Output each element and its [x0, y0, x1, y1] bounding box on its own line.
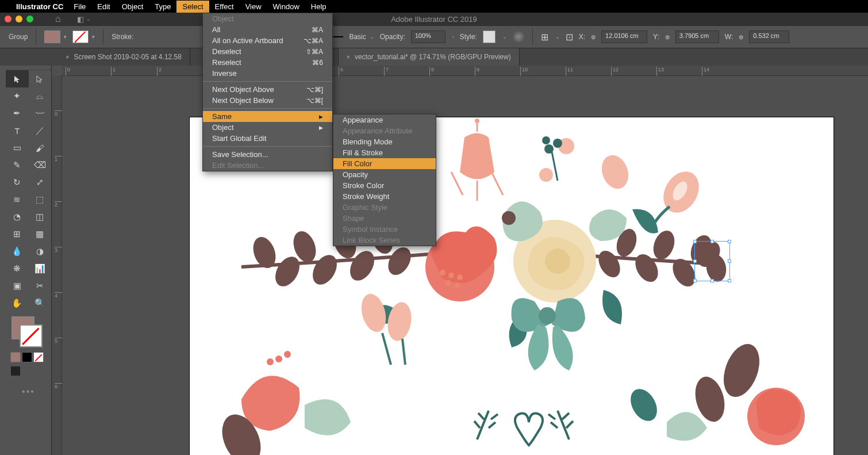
close-tab-icon[interactable]: ×	[347, 53, 350, 60]
svg-point-34	[539, 307, 556, 324]
selection-tool[interactable]	[6, 70, 29, 87]
menu-item-deselect[interactable]: Deselect⇧⌘A	[203, 46, 332, 57]
default-colors[interactable]	[6, 352, 51, 362]
line-tool[interactable]: ／	[29, 122, 52, 139]
curvature-tool[interactable]: 〰	[29, 105, 52, 122]
opacity-input[interactable]: 100%	[411, 30, 445, 43]
window-minimize-button[interactable]	[16, 16, 22, 22]
fill-stroke-indicator[interactable]	[6, 312, 51, 352]
menu-item-inverse[interactable]: Inverse	[203, 68, 332, 79]
document-tab-3[interactable]: × vector_tutorial.ai* @ 174.71% (RGB/GPU…	[339, 48, 520, 66]
menu-item-save-selection[interactable]: Save Selection...	[203, 149, 332, 160]
w-input[interactable]: 0.532 cm	[749, 30, 789, 43]
align-icon[interactable]: ⊞	[541, 32, 548, 43]
menu-window[interactable]: Window	[267, 1, 305, 13]
menu-item-next-below[interactable]: Next Object Below⌥⌘[	[203, 95, 332, 106]
slice-tool[interactable]: ✂	[29, 277, 52, 295]
canvas-area[interactable]: 0 1 2 3 4 5 6 7 8 9 10 11 12 13 14 0 1 2…	[52, 66, 868, 455]
hand-tool[interactable]: ✋	[6, 295, 29, 312]
app-name[interactable]: Illustrator CC	[11, 2, 68, 11]
window-titlebar: ⌂ ◧ ⌄ Adobe Illustrator CC 2019	[0, 13, 868, 25]
column-graph-tool[interactable]: 📊	[29, 260, 52, 277]
shape-builder-tool[interactable]: ◔	[6, 208, 29, 225]
submenu-graphic-style[interactable]: Graphic Style	[333, 202, 436, 213]
rectangle-tool[interactable]: ▭	[6, 139, 29, 156]
submenu-symbol-instance[interactable]: Symbol Instance	[333, 224, 436, 235]
submenu-opacity[interactable]: Opacity	[333, 169, 436, 180]
submenu-fill-color[interactable]: Fill Color	[333, 158, 436, 169]
paintbrush-tool[interactable]: 🖌	[29, 139, 52, 156]
panel-grip[interactable]	[6, 66, 51, 70]
submenu-appearance[interactable]: Appearance	[333, 114, 436, 125]
x-input[interactable]: 12.0106 cm	[601, 30, 647, 43]
menu-item-all-artboard[interactable]: All on Active Artboard⌥⌘A	[203, 35, 332, 46]
eraser-tool[interactable]: ⌫	[29, 156, 52, 174]
document-tab-1[interactable]: × Screen Shot 2019-02-05 at 4.12.58	[57, 48, 190, 66]
eyedropper-tool[interactable]: 💧	[6, 243, 29, 260]
recolor-icon[interactable]	[513, 31, 524, 43]
svg-point-39	[284, 351, 291, 358]
window-zoom-button[interactable]	[26, 16, 33, 22]
home-icon[interactable]: ⌂	[55, 14, 61, 24]
menu-item-reselect[interactable]: Reselect⌘6	[203, 57, 332, 68]
window-close-button[interactable]	[5, 16, 11, 22]
document-tabs: × Screen Shot 2019-02-05 at 4.12.58 w) ×…	[0, 48, 868, 66]
pen-tool[interactable]: ✒	[6, 105, 29, 122]
menu-item-next-above[interactable]: Next Object Above⌥⌘]	[203, 84, 332, 95]
submenu-stroke-weight[interactable]: Stroke Weight	[333, 191, 436, 202]
rotate-tool[interactable]: ↻	[6, 174, 29, 191]
fill-swatch[interactable]: ▾	[44, 30, 67, 43]
menu-file[interactable]: File	[68, 1, 91, 13]
shaper-tool[interactable]: ✎	[6, 156, 29, 174]
menu-item-same[interactable]: Same	[203, 111, 332, 122]
submenu-appearance-attribute[interactable]: Appearance Attribute	[333, 125, 436, 136]
y-input[interactable]: 3.7905 cm	[675, 30, 719, 43]
edit-toolbox-icon[interactable]: •••	[6, 380, 51, 404]
submenu-shape[interactable]: Shape	[333, 213, 436, 224]
blend-tool[interactable]: ◑	[29, 243, 52, 260]
selection-bounding-box[interactable]	[694, 241, 730, 281]
artboard-tool[interactable]: ▣	[6, 277, 29, 295]
stroke-swatch[interactable]: ▾	[72, 30, 95, 43]
direct-selection-tool[interactable]	[29, 70, 52, 87]
menu-item-edit-selection[interactable]: Edit Selection...	[203, 160, 332, 171]
free-transform-tool[interactable]: ⬚	[29, 191, 52, 208]
stroke-color-box[interactable]	[20, 324, 43, 347]
menu-item-object[interactable]: Object	[203, 13, 332, 24]
submenu-blending-mode[interactable]: Blending Mode	[333, 136, 436, 147]
horizontal-ruler[interactable]: 0 1 2 3 4 5 6 7 8 9 10 11 12 13 14	[62, 66, 868, 76]
svg-point-42	[717, 339, 766, 402]
submenu-link-block-series[interactable]: Link Block Series	[333, 235, 436, 246]
magic-wand-tool[interactable]: ✦	[6, 87, 29, 105]
submenu-stroke-color[interactable]: Stroke Color	[333, 180, 436, 191]
menu-help[interactable]: Help	[305, 1, 332, 13]
menu-item-all[interactable]: All⌘A	[203, 24, 332, 35]
submenu-fill-and-stroke[interactable]: Fill & Stroke	[333, 147, 436, 158]
lasso-tool[interactable]: ⌓	[29, 87, 52, 105]
svg-point-32	[358, 291, 390, 335]
menu-item-object-sub[interactable]: Object	[203, 122, 332, 133]
symbol-sprayer-tool[interactable]: ❋	[6, 260, 29, 277]
width-tool[interactable]: ≋	[6, 191, 29, 208]
scale-tool[interactable]: ⤢	[29, 174, 52, 191]
menu-type[interactable]: Type	[149, 1, 176, 13]
menu-select[interactable]: Select	[176, 1, 209, 13]
menu-effect[interactable]: Effect	[209, 1, 240, 13]
collapsed-panel-strip[interactable]	[0, 66, 6, 455]
svg-point-26	[475, 118, 479, 123]
type-tool[interactable]: T	[6, 122, 29, 139]
menu-item-start-global-edit[interactable]: Start Global Edit	[203, 133, 332, 144]
menu-view[interactable]: View	[240, 1, 267, 13]
transform-icon[interactable]: ⊡	[566, 32, 573, 43]
drawing-modes[interactable]	[6, 362, 51, 380]
mesh-tool[interactable]: ⊞	[6, 225, 29, 243]
perspective-tool[interactable]: ◫	[29, 208, 52, 225]
graphic-style-swatch[interactable]	[483, 30, 496, 43]
menu-object[interactable]: Object	[116, 1, 149, 13]
gradient-tool[interactable]: ▦	[29, 225, 52, 243]
arrange-docs-icon[interactable]: ◧ ⌄	[77, 15, 91, 24]
zoom-tool[interactable]: 🔍	[29, 295, 52, 312]
vertical-ruler[interactable]: 0 1 2 3 4 5 6	[52, 76, 62, 455]
menu-edit[interactable]: Edit	[91, 1, 116, 13]
close-tab-icon[interactable]: ×	[66, 53, 69, 60]
